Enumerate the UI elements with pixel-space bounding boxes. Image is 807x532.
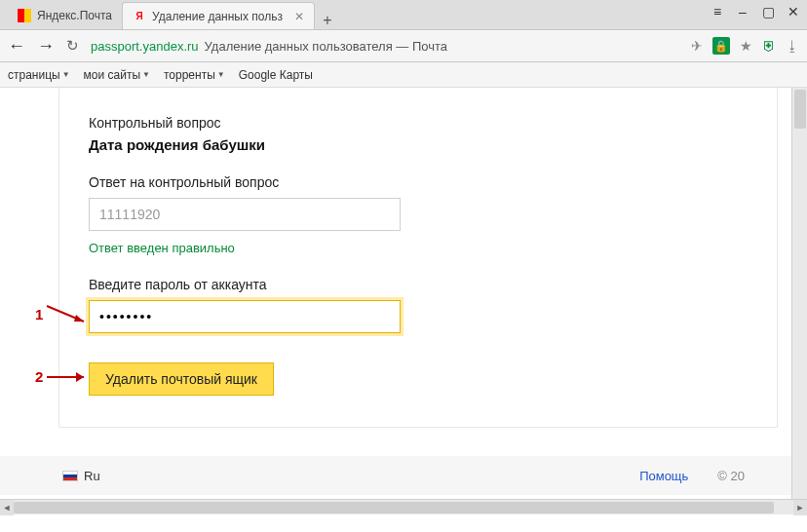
url-field[interactable]: passport.yandex.ru Удаление данных польз… — [91, 39, 679, 54]
bookmark-mysites[interactable]: мои сайты▼ — [84, 68, 150, 82]
bookmark-torrents[interactable]: торренты▼ — [164, 68, 225, 82]
forward-icon[interactable]: → — [37, 36, 55, 57]
chevron-down-icon: ▼ — [217, 70, 225, 79]
favicon-ya: Я — [133, 10, 146, 23]
answer-ok-message: Ответ введен правильно — [89, 241, 748, 255]
scroll-thumb[interactable] — [14, 502, 774, 513]
password-input[interactable] — [89, 300, 401, 333]
window-controls: ≡ – ▢ ✕ — [710, 4, 801, 19]
tab-delete-data[interactable]: Я Удаление данных польз ✕ — [122, 2, 315, 29]
language-switch[interactable]: Ru — [62, 469, 100, 483]
annotation-1: 1 — [35, 302, 92, 325]
svg-marker-1 — [74, 315, 84, 322]
chevron-down-icon: ▼ — [62, 70, 70, 79]
arrow-icon — [45, 302, 92, 325]
address-bar: ← → ↻ passport.yandex.ru Удаление данных… — [0, 29, 807, 62]
language-label: Ru — [84, 469, 100, 483]
security-question-label: Контрольный вопрос — [89, 115, 748, 131]
scroll-left-icon[interactable]: ◄ — [0, 500, 14, 515]
vertical-scrollbar[interactable] — [791, 88, 807, 499]
tab-yandex-mail[interactable]: Яндекс.Почта — [8, 2, 122, 29]
horizontal-scrollbar[interactable]: ◄ ► — [0, 499, 807, 514]
bookmark-gmaps[interactable]: Google Карты — [239, 68, 313, 82]
tab-label: Удаление данных польз — [152, 10, 283, 23]
browser-chrome: Яндекс.Почта Я Удаление данных польз ✕ +… — [0, 0, 807, 88]
reload-icon[interactable]: ↻ — [66, 37, 79, 55]
tab-label: Яндекс.Почта — [37, 9, 112, 22]
form-card: Контрольный вопрос Дата рождения бабушки… — [58, 88, 778, 428]
url-host: passport.yandex.ru — [91, 39, 199, 54]
security-question-text: Дата рождения бабушки — [89, 136, 748, 153]
back-icon[interactable]: ← — [8, 36, 25, 57]
svg-marker-3 — [76, 372, 84, 382]
send-icon[interactable]: ✈ — [691, 38, 703, 54]
minimize-icon[interactable]: – — [735, 4, 750, 19]
scroll-right-icon[interactable]: ► — [793, 500, 807, 515]
url-title: Удаление данных пользователя — Почта — [205, 39, 447, 54]
download-icon[interactable]: ⭳ — [786, 38, 799, 54]
favicon-yandex — [18, 9, 31, 22]
menu-icon[interactable]: ≡ — [710, 4, 725, 19]
maximize-icon[interactable]: ▢ — [760, 4, 776, 19]
bookmarks-bar: страницы▼ мои сайты▼ торренты▼ Google Ка… — [0, 62, 807, 88]
chevron-down-icon: ▼ — [142, 70, 150, 79]
delete-mailbox-button[interactable]: Удалить почтовый ящик — [89, 362, 274, 396]
answer-label: Ответ на контрольный вопрос — [89, 174, 748, 190]
star-icon[interactable]: ★ — [740, 38, 752, 54]
password-label: Введите пароль от аккаунта — [89, 277, 748, 292]
scroll-thumb[interactable] — [794, 90, 806, 129]
new-tab-button[interactable]: + — [315, 12, 340, 29]
tab-bar: Яндекс.Почта Я Удаление данных польз ✕ +… — [0, 0, 807, 29]
page-footer: Ru Помощь © 20 — [0, 456, 807, 495]
flag-ru-icon — [62, 471, 78, 481]
annotation-2: 2 — [35, 368, 92, 385]
bookmark-pages[interactable]: страницы▼ — [8, 68, 70, 82]
answer-input[interactable] — [89, 198, 401, 231]
shield-icon[interactable]: ⛨ — [762, 38, 776, 54]
copyright-text: © 20 — [717, 469, 745, 483]
lock-icon[interactable]: 🔒 — [712, 37, 730, 55]
help-link[interactable]: Помощь — [639, 469, 688, 483]
page-viewport: Контрольный вопрос Дата рождения бабушки… — [0, 88, 807, 514]
close-icon[interactable]: ✕ — [294, 10, 304, 23]
close-window-icon[interactable]: ✕ — [786, 4, 801, 19]
arrow-icon — [45, 369, 92, 385]
